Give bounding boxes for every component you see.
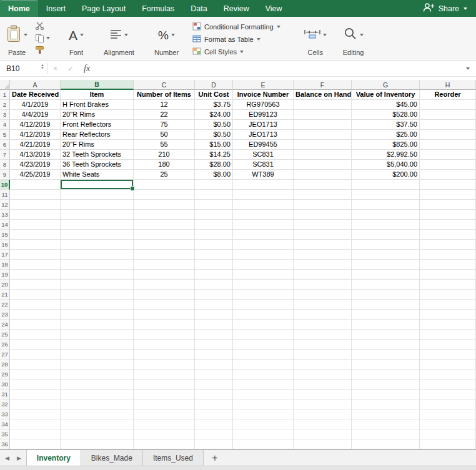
cell-E5[interactable]: JEO1713 [233, 130, 294, 140]
cell-G15[interactable] [352, 230, 420, 240]
cell-A19[interactable] [10, 270, 61, 280]
cell-B23[interactable] [61, 310, 134, 320]
cell-B13[interactable] [61, 210, 134, 220]
cell-A15[interactable] [10, 230, 61, 240]
row-header-31[interactable]: 31 [0, 389, 10, 399]
cell-G36[interactable] [352, 439, 420, 449]
cell-C17[interactable] [134, 250, 195, 260]
cell-F26[interactable] [294, 340, 352, 350]
sheet-tab-bikes_made[interactable]: Bikes_Made [81, 450, 143, 466]
cell-C28[interactable] [134, 360, 195, 370]
cell-D20[interactable] [195, 280, 233, 290]
cell-D22[interactable] [195, 300, 233, 310]
cell-C11[interactable] [134, 190, 195, 200]
font-group-button[interactable]: A Font [69, 17, 84, 60]
cell-D23[interactable] [195, 310, 233, 320]
cell-C8[interactable]: 180 [134, 160, 195, 170]
cell-H15[interactable] [420, 230, 476, 240]
cell-A29[interactable] [10, 370, 61, 379]
cell-D33[interactable] [195, 409, 233, 419]
cell-F29[interactable] [294, 370, 352, 379]
cell-E13[interactable] [233, 210, 294, 220]
cell-C36[interactable] [134, 439, 195, 449]
cell-B29[interactable] [61, 370, 134, 379]
ribbon-tab-insert[interactable]: Insert [38, 0, 74, 17]
cell-E3[interactable]: ED99123 [233, 110, 294, 120]
cell-E2[interactable]: RG970563 [233, 100, 294, 110]
cell-D11[interactable] [195, 190, 233, 200]
cell-F6[interactable] [294, 140, 352, 150]
cell-E21[interactable] [233, 290, 294, 300]
cell-D29[interactable] [195, 370, 233, 379]
cell-F24[interactable] [294, 320, 352, 330]
cell-D4[interactable]: $0.50 [195, 120, 233, 130]
cell-F18[interactable] [294, 260, 352, 270]
cell-G27[interactable] [352, 350, 420, 360]
cell-C25[interactable] [134, 330, 195, 340]
cell-G9[interactable]: $200.00 [352, 170, 420, 180]
cell-H21[interactable] [420, 290, 476, 300]
cell-G30[interactable] [352, 379, 420, 389]
cell-E33[interactable] [233, 409, 294, 419]
cell-C19[interactable] [134, 270, 195, 280]
column-header-G[interactable]: G [352, 80, 420, 90]
cell-C29[interactable] [134, 370, 195, 379]
cell-A4[interactable]: 4/12/2019 [10, 120, 61, 130]
cell-C33[interactable] [134, 409, 195, 419]
cell-H6[interactable] [420, 140, 476, 150]
cell-C4[interactable]: 75 [134, 120, 195, 130]
cell-D13[interactable] [195, 210, 233, 220]
cell-A32[interactable] [10, 399, 61, 409]
cell-E23[interactable] [233, 310, 294, 320]
sheet-nav-right-icon[interactable]: ▶ [17, 455, 21, 461]
cell-E28[interactable] [233, 360, 294, 370]
cell-D16[interactable] [195, 240, 233, 250]
cell-G7[interactable]: $2,992.50 [352, 150, 420, 160]
cell-A25[interactable] [10, 330, 61, 340]
cell-F9[interactable] [294, 170, 352, 180]
cell-D5[interactable]: $0.50 [195, 130, 233, 140]
ribbon-tab-formulas[interactable]: Formulas [134, 0, 182, 17]
cell-D28[interactable] [195, 360, 233, 370]
cell-A17[interactable] [10, 250, 61, 260]
cell-B7[interactable]: 32 Teeth Sprockets [61, 150, 134, 160]
cell-E18[interactable] [233, 260, 294, 270]
column-header-H[interactable]: H [420, 80, 476, 90]
cell-F16[interactable] [294, 240, 352, 250]
cell-G3[interactable]: $528.00 [352, 110, 420, 120]
row-header-34[interactable]: 34 [0, 419, 10, 429]
cell-F22[interactable] [294, 300, 352, 310]
row-header-29[interactable]: 29 [0, 370, 10, 379]
cell-H5[interactable] [420, 130, 476, 140]
cell-F11[interactable] [294, 190, 352, 200]
sheet-nav-left-icon[interactable]: ◀ [5, 455, 9, 461]
cell-A33[interactable] [10, 409, 61, 419]
name-box[interactable]: B10 ▲ ▼ [0, 61, 47, 76]
cell-C10[interactable] [134, 180, 195, 190]
enter-icon[interactable]: ✓ [62, 64, 79, 73]
cell-C34[interactable] [134, 419, 195, 429]
cell-G16[interactable] [352, 240, 420, 250]
cell-A6[interactable]: 4/21/2019 [10, 140, 61, 150]
cell-B32[interactable] [61, 399, 134, 409]
row-header-10[interactable]: 10 [0, 180, 10, 190]
row-header-17[interactable]: 17 [0, 250, 10, 260]
cell-E22[interactable] [233, 300, 294, 310]
cell-D34[interactable] [195, 419, 233, 429]
row-header-25[interactable]: 25 [0, 330, 10, 340]
cell-B35[interactable] [61, 429, 134, 439]
cell-A12[interactable] [10, 200, 61, 210]
cell-B18[interactable] [61, 260, 134, 270]
cell-E16[interactable] [233, 240, 294, 250]
cell-F33[interactable] [294, 409, 352, 419]
cell-C24[interactable] [134, 320, 195, 330]
cell-F35[interactable] [294, 429, 352, 439]
cell-D12[interactable] [195, 200, 233, 210]
row-header-1[interactable]: 1 [0, 90, 10, 100]
cell-H25[interactable] [420, 330, 476, 340]
cell-B6[interactable]: 20"F Rims [61, 140, 134, 150]
cell-A35[interactable] [10, 429, 61, 439]
cell-D6[interactable]: $15.00 [195, 140, 233, 150]
cell-D14[interactable] [195, 220, 233, 230]
row-header-22[interactable]: 22 [0, 300, 10, 310]
